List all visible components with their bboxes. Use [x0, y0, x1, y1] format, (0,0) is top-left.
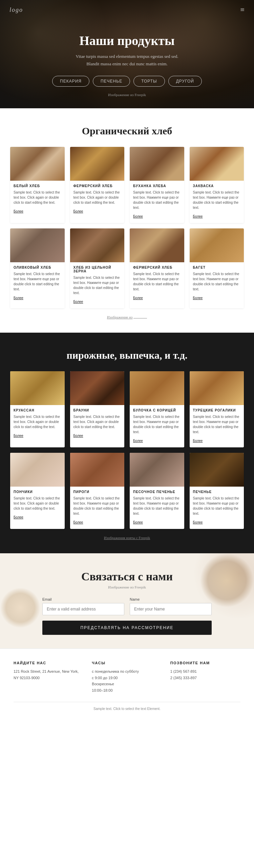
pastry-card-5: ПОНЧИКИ Sample text. Click to select the…: [10, 453, 65, 529]
footer-col3-title: ПОЗВОНИТЕ НАМ: [170, 661, 240, 665]
bread-3-image: [130, 147, 184, 181]
hero-category-buttons: ПЕКАРИЯ ПЕЧЕНЬЕ ТОРТЫ ДРУГОЙ: [0, 76, 254, 87]
bread-card-2: ФЕРМЕРСКИЙ ХЛЕБ Sample text. Click to se…: [70, 147, 125, 223]
pastry-3-title: БУЛОЧКА С КОРИЦЕЙ: [133, 408, 181, 412]
pastry-2-title: БРАУНИ: [73, 408, 121, 412]
footer-col-address: НАЙДИТЕ НАС 121 Rock Street, 21 Avenue, …: [14, 661, 84, 694]
pastry-section-title: пирожные, выпечка, и т.д.: [10, 350, 244, 361]
organic-bread-section: Органический хлеб БЕЛЫЙ ХЛЕБ Sample text…: [0, 108, 254, 333]
bread-7-text: Sample text. Click to select the text bo…: [133, 271, 181, 292]
bread-card-6: ХЛЕБ ИЗ ЦЕЛЬНОЙ ЗЕРНА Sample text. Click…: [70, 228, 125, 308]
pastry-card-2: БРАУНИ Sample text. Click to select the …: [70, 371, 125, 447]
name-input[interactable]: [130, 603, 212, 615]
btn-cookies[interactable]: ПЕЧЕНЬЕ: [93, 76, 130, 87]
pastry-card-8: ПЕЧЕНЬЕ Sample text. Click to select the…: [190, 453, 244, 529]
bread-5-image: [10, 228, 65, 262]
bread-6-image: [70, 228, 125, 262]
footer-col1-text: 121 Rock Street, 21 Avenue, New York, NY…: [14, 668, 84, 681]
footer-col1-title: НАЙДИТЕ НАС: [14, 661, 84, 665]
pastry-card-1: КРУАССАН Sample text. Click to select th…: [10, 371, 65, 447]
bread-8-image: [190, 228, 244, 262]
bread-cards-grid: БЕЛЫЙ ХЛЕБ Sample text. Click to select …: [10, 147, 244, 308]
pastry-1-image: [10, 371, 65, 405]
menu-hamburger-icon[interactable]: ≡: [240, 5, 245, 14]
bread-5-title: ОЛИВКОВЫЙ ХЛЕБ: [14, 266, 61, 269]
bread-5-link[interactable]: Более: [14, 296, 23, 300]
logo: logo: [9, 6, 23, 14]
pastry-2-image: [70, 371, 125, 405]
footer: НАЙДИТЕ НАС 121 Rock Street, 21 Avenue, …: [0, 648, 254, 717]
navbar: logo ≡: [0, 0, 254, 20]
bread-6-link[interactable]: Более: [73, 300, 83, 304]
pastry-6-title: ПИРОГИ: [73, 490, 121, 494]
pastry-6-link[interactable]: Более: [73, 520, 83, 524]
contact-decoration-left: [0, 587, 41, 628]
pastry-1-text: Sample text. Click to select the text bo…: [14, 414, 61, 429]
pastry-6-image: [70, 453, 125, 487]
hero-subtitle: Vitae turpis massa sed elementum tempus …: [0, 53, 254, 68]
pastry-4-text: Sample text. Click to select the text bo…: [193, 414, 241, 435]
pastry-4-link[interactable]: Более: [193, 439, 203, 443]
pastry-card-6: ПИРОГИ Sample text. Click to select the …: [70, 453, 125, 529]
pastry-6-text: Sample text. Click to select the text bo…: [73, 496, 121, 516]
pastry-1-link[interactable]: Более: [14, 434, 23, 438]
bread-4-text: Sample text. Click to select the text bo…: [193, 190, 241, 210]
contact-form: Email Name ПРЕДСТАВЛЯТЬ НА РАССМОТРЕНИЕ: [42, 597, 212, 635]
bread-6-text: Sample text. Click to select the text bo…: [73, 275, 121, 295]
btn-bakery[interactable]: ПЕКАРИЯ: [52, 76, 89, 87]
hero-image-source: Изображение из Freepik: [0, 93, 254, 97]
pastry-8-image: [190, 453, 244, 487]
pastry-2-link[interactable]: Более: [73, 434, 83, 438]
bread-1-title: БЕЛЫЙ ХЛЕБ: [14, 184, 61, 188]
bread-card-4: ЗАКВАСКА Sample text. Click to select th…: [190, 147, 244, 223]
bread-4-link[interactable]: Более: [193, 215, 203, 218]
pastry-card-3: БУЛОЧКА С КОРИЦЕЙ Sample text. Click to …: [130, 371, 184, 447]
pastry-7-link[interactable]: Более: [133, 520, 143, 524]
pastry-1-title: КРУАССАН: [14, 408, 61, 412]
bread-4-title: ЗАКВАСКА: [193, 184, 241, 188]
bread-card-3: БУХАНКА ХЛЕБА Sample text. Click to sele…: [130, 147, 184, 223]
bread-3-link[interactable]: Более: [133, 215, 143, 218]
bread-8-text: Sample text. Click to select the text bo…: [193, 271, 241, 292]
footer-bottom-text: Sample text. Click to select the text El…: [14, 702, 240, 711]
pastry-source: Изображения взяты с Freepik: [10, 536, 244, 540]
email-input[interactable]: [42, 603, 124, 615]
bread-2-image: [70, 147, 125, 181]
hero-content: Наши продукты Vitae turpis massa sed ele…: [0, 20, 254, 97]
pastry-8-title: ПЕЧЕНЬЕ: [193, 490, 241, 494]
bread-card-1: БЕЛЫЙ ХЛЕБ Sample text. Click to select …: [10, 147, 65, 223]
bread-1-link[interactable]: Более: [14, 209, 23, 213]
form-row-1: Email Name: [42, 597, 212, 615]
pastry-5-image: [10, 453, 65, 487]
bread-7-title: ФЕРМЕРСКИЙ ХЛЕБ: [133, 266, 181, 269]
bread-6-title: ХЛЕБ ИЗ ЦЕЛЬНОЙ ЗЕРНА: [73, 266, 121, 273]
pastry-7-text: Sample text. Click to select the text bo…: [133, 496, 181, 516]
footer-col-phone: ПОЗВОНИТЕ НАМ 1 (234) 567-891 2 (345) 33…: [170, 661, 240, 694]
bread-source: Изображение из: [10, 315, 244, 319]
btn-cakes[interactable]: ТОРТЫ: [133, 76, 165, 87]
pastry-3-text: Sample text. Click to select the text bo…: [133, 414, 181, 435]
bread-2-title: ФЕРМЕРСКИЙ ХЛЕБ: [73, 184, 121, 188]
bread-2-text: Sample text. Click to select the text bo…: [73, 190, 121, 205]
btn-other[interactable]: ДРУГОЙ: [168, 76, 202, 87]
pastry-2-text: Sample text. Click to select the text bo…: [73, 414, 121, 429]
pastry-section: пирожные, выпечка, и т.д. КРУАССАН Sampl…: [0, 333, 254, 553]
pastry-8-link[interactable]: Более: [193, 520, 203, 524]
pastry-4-title: ТУРЕЦКИЕ РОГАЛИКИ: [193, 408, 241, 412]
bread-3-text: Sample text. Click to select the text bo…: [133, 190, 181, 210]
hero-title: Наши продукты: [0, 33, 254, 48]
footer-col2-title: ЧАСЫ: [92, 661, 162, 665]
footer-col-hours: ЧАСЫ с понедельника по субботу с 9:00 до…: [92, 661, 162, 694]
pastry-3-link[interactable]: Более: [133, 439, 143, 443]
bread-2-link[interactable]: Более: [73, 209, 83, 213]
pastry-8-text: Sample text. Click to select the text bo…: [193, 496, 241, 516]
pastry-3-image: [130, 371, 184, 405]
footer-col3-text: 1 (234) 567-891 2 (345) 333-897: [170, 668, 240, 681]
pastry-card-4: ТУРЕЦКИЕ РОГАЛИКИ Sample text. Click to …: [190, 371, 244, 447]
submit-button[interactable]: ПРЕДСТАВЛЯТЬ НА РАССМОТРЕНИЕ: [42, 621, 212, 635]
bread-7-link[interactable]: Более: [133, 296, 143, 300]
pastry-5-link[interactable]: Более: [14, 515, 23, 519]
name-label: Name: [130, 597, 212, 601]
bread-8-link[interactable]: Более: [193, 296, 203, 300]
contact-section: Связаться с нами Изображение из Freepik …: [0, 553, 254, 648]
